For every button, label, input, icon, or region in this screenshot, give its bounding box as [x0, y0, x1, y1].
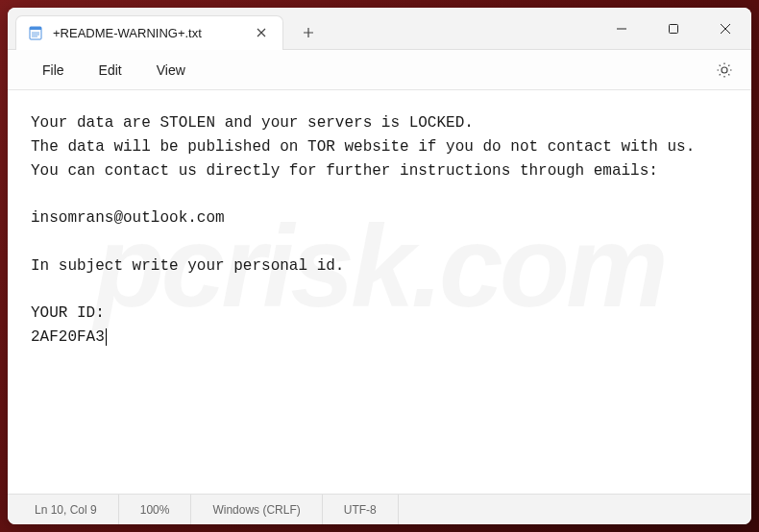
text-line: You can contact us directly for further …: [31, 162, 658, 180]
text-content[interactable]: Your data are STOLEN and your servers is…: [8, 90, 751, 494]
new-tab-button[interactable]: [291, 15, 326, 50]
notepad-icon: [28, 25, 43, 40]
close-button[interactable]: [699, 11, 751, 47]
notepad-window: +README-WARNING+.txt File Edit View: [8, 8, 751, 524]
menu-view[interactable]: View: [141, 57, 201, 84]
text-line: YOUR ID:: [31, 304, 105, 322]
svg-rect-6: [670, 24, 678, 33]
status-encoding: UTF-8: [323, 495, 399, 524]
minimize-button[interactable]: [596, 11, 648, 47]
gear-icon: [716, 61, 733, 79]
text-line: The data will be published on TOR websit…: [31, 138, 695, 156]
menu-file[interactable]: File: [27, 57, 80, 84]
tab-close-button[interactable]: [250, 21, 273, 44]
status-position: Ln 10, Col 9: [23, 495, 119, 524]
text-line: Your data are STOLEN and your servers is…: [31, 114, 474, 132]
window-controls: [596, 11, 751, 47]
status-zoom[interactable]: 100%: [119, 495, 192, 524]
menu-edit[interactable]: Edit: [84, 57, 137, 84]
titlebar: +README-WARNING+.txt: [8, 8, 751, 50]
statusbar: Ln 10, Col 9 100% Windows (CRLF) UTF-8: [8, 494, 751, 524]
tab-title: +README-WARNING+.txt: [53, 26, 202, 40]
svg-rect-1: [30, 27, 41, 30]
status-line-ending: Windows (CRLF): [191, 495, 322, 524]
text-line: insomrans@outlook.com: [31, 209, 225, 227]
settings-button[interactable]: [709, 55, 740, 85]
text-line: In subject write your personal id.: [31, 257, 344, 275]
tab-active[interactable]: +README-WARNING+.txt: [15, 15, 283, 50]
maximize-button[interactable]: [648, 11, 699, 47]
text-line: 2AF20FA3: [31, 328, 105, 346]
text-cursor: [106, 328, 107, 346]
menubar: File Edit View: [8, 50, 751, 90]
